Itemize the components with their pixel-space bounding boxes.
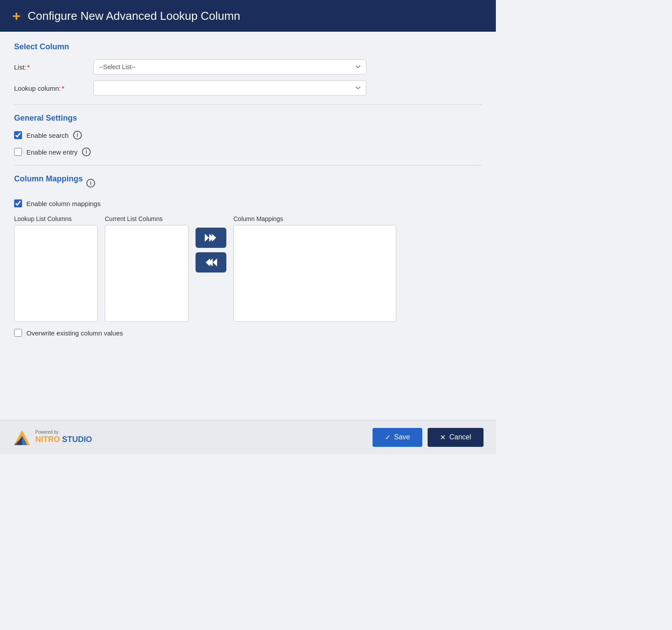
list-required: *	[27, 63, 30, 71]
lookup-column-label: Lookup column:*	[14, 85, 93, 92]
save-button[interactable]: ✓ Save	[373, 428, 422, 447]
save-label: Save	[394, 433, 410, 441]
lookup-required: *	[62, 85, 64, 92]
svg-marker-3	[213, 258, 217, 266]
columns-area: Lookup List Columns Current List Columns	[14, 215, 482, 322]
cancel-label: Cancel	[449, 433, 471, 441]
footer-buttons: ✓ Save ✕ Cancel	[373, 428, 484, 447]
column-mappings-title-row: Column Mappings i	[14, 174, 482, 192]
enable-new-entry-checkbox[interactable]	[14, 148, 22, 156]
enable-search-row: Enable search i	[14, 131, 482, 140]
lookup-list-columns-group: Lookup List Columns	[14, 215, 98, 322]
save-icon: ✓	[385, 433, 391, 442]
lookup-column-select[interactable]	[93, 81, 366, 96]
current-list-columns-label: Current List Columns	[105, 215, 188, 222]
enable-search-label: Enable search	[26, 132, 69, 139]
svg-marker-5	[206, 258, 210, 266]
svg-marker-2	[212, 234, 216, 242]
lookup-column-row: Lookup column:*	[14, 81, 482, 96]
column-mappings-info-icon[interactable]: i	[86, 179, 95, 188]
enable-column-mappings-label: Enable column mappings	[26, 200, 100, 207]
backward-arrows-icon	[205, 258, 217, 266]
overwrite-row: Overwrite existing column values	[14, 329, 482, 337]
select-column-title: Select Column	[14, 42, 482, 52]
cancel-icon: ✕	[440, 433, 446, 442]
enable-search-info-icon[interactable]: i	[73, 131, 82, 140]
studio-word: STUDIO	[62, 435, 92, 444]
enable-column-mappings-row: Enable column mappings	[14, 199, 482, 207]
list-select[interactable]: --Select List--	[93, 59, 366, 74]
column-mappings-result-group: Column Mappings	[233, 215, 396, 322]
nitro-logo: Powered by NITRO STUDIO	[12, 427, 92, 447]
cancel-button[interactable]: ✕ Cancel	[428, 428, 484, 447]
enable-column-mappings-checkbox[interactable]	[14, 199, 22, 207]
nitro-brand: NITRO STUDIO	[35, 435, 92, 445]
powered-by-label: Powered by	[35, 430, 92, 435]
lookup-list-columns-label: Lookup List Columns	[14, 215, 98, 222]
dialog-header: + Configure New Advanced Lookup Column	[0, 0, 496, 32]
lookup-list-columns-box[interactable]	[14, 225, 98, 322]
plus-icon: +	[12, 9, 21, 23]
enable-new-entry-label: Enable new entry	[26, 148, 78, 156]
nitro-text: Powered by NITRO STUDIO	[35, 430, 92, 445]
svg-marker-0	[205, 234, 209, 242]
arrow-buttons-group	[196, 215, 226, 273]
column-mappings-section: Column Mappings i Enable column mappings…	[14, 174, 482, 337]
divider-2	[14, 165, 482, 166]
nitro-word: NITRO	[35, 435, 60, 444]
enable-search-checkbox[interactable]	[14, 131, 22, 139]
general-settings-title: General Settings	[14, 114, 482, 123]
dialog-footer: Powered by NITRO STUDIO ✓ Save ✕ Cancel	[0, 420, 496, 454]
select-column-section: Select Column List:* --Select List-- Loo…	[14, 42, 482, 96]
add-mapping-button[interactable]	[196, 228, 226, 248]
current-list-columns-box[interactable]	[105, 225, 188, 322]
list-label: List:*	[14, 63, 93, 71]
forward-arrows-icon	[205, 234, 217, 242]
list-row: List:* --Select List--	[14, 59, 482, 74]
current-list-columns-group: Current List Columns	[105, 215, 188, 322]
column-mappings-result-label: Column Mappings	[233, 215, 396, 222]
overwrite-label: Overwrite existing column values	[26, 329, 123, 337]
column-mappings-title: Column Mappings	[14, 174, 83, 184]
remove-mapping-button[interactable]	[196, 252, 226, 273]
enable-new-entry-row: Enable new entry i	[14, 147, 482, 156]
general-settings-section: General Settings Enable search i Enable …	[14, 114, 482, 156]
nitro-logo-icon	[12, 427, 32, 447]
overwrite-checkbox[interactable]	[14, 329, 22, 337]
column-mappings-result-box[interactable]	[233, 225, 396, 322]
divider-1	[14, 104, 482, 105]
main-content: Select Column List:* --Select List-- Loo…	[0, 32, 496, 420]
enable-new-entry-info-icon[interactable]: i	[82, 147, 91, 156]
dialog-title: Configure New Advanced Lookup Column	[28, 9, 240, 23]
